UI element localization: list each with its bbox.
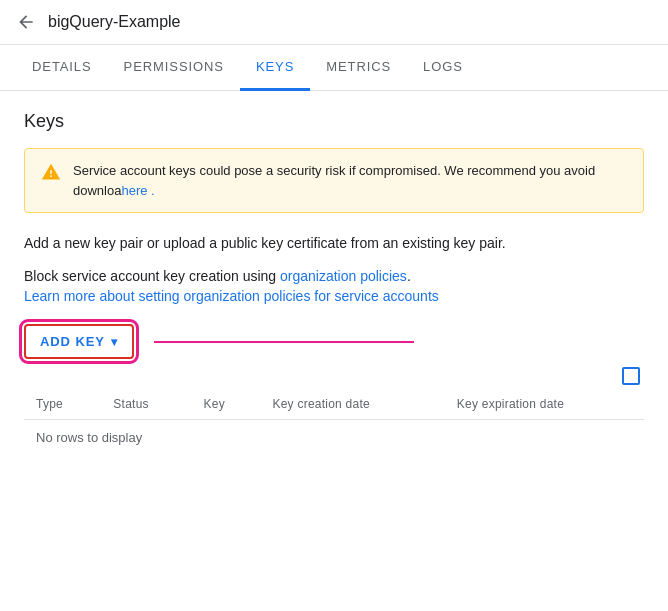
org-policies-link[interactable]: organization policies [280, 268, 407, 284]
description-text: Add a new key pair or upload a public ke… [24, 233, 644, 254]
nav-tabs: DETAILS PERMISSIONS KEYS METRICS LOGS [0, 45, 668, 91]
tab-logs[interactable]: LOGS [407, 45, 479, 91]
table-header-row: Type Status Key Key creation date Key ex… [24, 389, 644, 420]
select-all-checkbox[interactable] [622, 367, 640, 385]
add-key-area: ADD KEY ▾ [24, 324, 644, 359]
tab-permissions[interactable]: PERMISSIONS [108, 45, 240, 91]
here-link[interactable]: here . [121, 183, 154, 198]
col-status: Status [101, 389, 191, 420]
warning-icon [41, 162, 61, 182]
no-rows-message: No rows to display [24, 420, 644, 456]
add-key-button[interactable]: ADD KEY ▾ [24, 324, 134, 359]
warning-text: Service account keys could pose a securi… [73, 161, 627, 200]
section-title: Keys [24, 111, 644, 132]
tab-keys[interactable]: KEYS [240, 45, 310, 91]
col-key-creation-date: Key creation date [260, 389, 444, 420]
col-type: Type [24, 389, 101, 420]
col-key: Key [192, 389, 261, 420]
page-title: bigQuery-Example [48, 13, 181, 31]
empty-table-row: No rows to display [24, 420, 644, 456]
keys-table: Type Status Key Key creation date Key ex… [24, 389, 644, 455]
dropdown-arrow-icon: ▾ [111, 335, 118, 349]
page-header: bigQuery-Example [0, 0, 668, 45]
warning-banner: Service account keys could pose a securi… [24, 148, 644, 213]
arrow-annotation [154, 341, 414, 343]
checkbox-area [24, 367, 644, 385]
col-key-expiration-date: Key expiration date [445, 389, 644, 420]
learn-more-link[interactable]: Learn more about setting organization po… [24, 288, 644, 304]
tab-metrics[interactable]: METRICS [310, 45, 407, 91]
org-policy-text: Block service account key creation using… [24, 268, 644, 284]
main-content: Keys Service account keys could pose a s… [0, 91, 668, 475]
back-button[interactable] [16, 12, 36, 32]
tab-details[interactable]: DETAILS [16, 45, 108, 91]
